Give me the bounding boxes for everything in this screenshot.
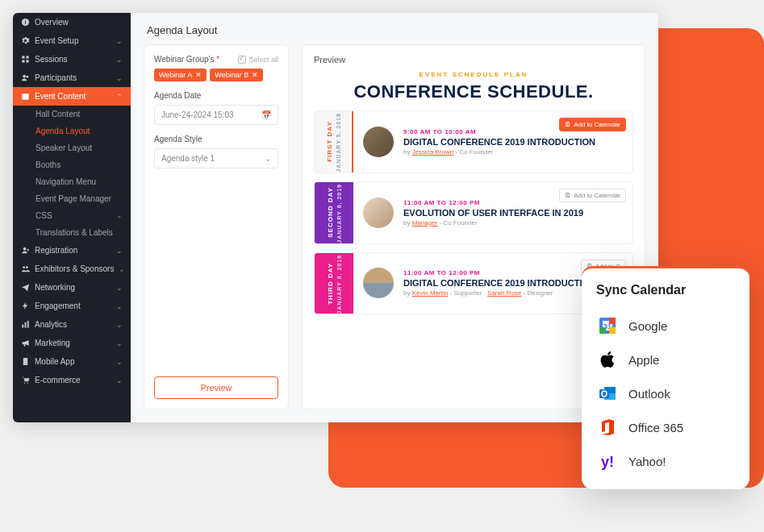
close-icon[interactable]: ✕ [195,71,202,79]
sidebar-label: Event Content [35,92,86,101]
chevron-down-icon: ⌄ [116,74,123,82]
mobile-icon [21,357,30,366]
sidebar-item-sessions[interactable]: Sessions ⌄ [13,50,131,69]
subitem-hall-content[interactable]: Hall Content [13,106,131,123]
svg-point-7 [23,75,26,78]
sidebar-item-event-content[interactable]: Event Content ⌃ [13,87,131,106]
sidebar-item-exhibitors-sponsors[interactable]: Exhibitors & Sponsors ⌄ [13,260,131,278]
exhibitors-icon [21,264,30,273]
chevron-down-icon: ⌄ [116,321,123,329]
subitem-navigation-menu[interactable]: Navigation Menu [13,173,131,190]
sidebar-label: Event Setup [35,36,78,45]
webinar-chip[interactable]: Webinar A✕ [154,69,207,81]
sidebar-label: Exhibitors & Sponsors [35,264,114,273]
speaker-link[interactable]: Manager [412,219,438,227]
sidebar-label: Overview [35,18,69,27]
speaker-link[interactable]: Jessica Brown [412,148,454,156]
add-to-calendar-button[interactable]: 🗓Add to Calendar [559,118,626,131]
checkbox-icon [238,56,246,64]
speaker-link[interactable]: Sarah Rose [487,289,521,297]
sync-item-label: Office 365 [628,421,683,434]
svg-point-18 [25,364,26,364]
schedule-plan-label: EVENT SCHEDULE PLAN [314,71,633,78]
agenda-body: 9:00 AM TO 10:00 AM DIGITAL CONFERENCE 2… [353,111,632,172]
agenda-style-select[interactable]: Agenda style 1 ⌄ [154,148,278,168]
sidebar-label: Analytics [35,320,67,329]
day-tab-third[interactable]: THIRD DAYJANUARY 8, 2019 [315,253,353,314]
calendar-icon: 📅 [261,110,271,119]
agenda-style-value: Agenda style 1 [161,154,215,163]
schedule-title: CONFERENCE SCHEDULE. [314,81,633,102]
send-icon [21,283,30,292]
main-content: Agenda Layout Webinar Group's * Select a… [131,13,658,422]
chip-row: Webinar A✕ Webinar B✕ [154,69,278,81]
sidebar-label: Registration [35,246,77,255]
subitem-booths[interactable]: Booths [13,156,131,173]
sidebar-item-marketing[interactable]: Marketing ⌄ [13,334,131,352]
day-date: JANUARY 5, 2019 [336,113,341,172]
day-tab-second[interactable]: SECOND DAYJANUARY 6, 2019 [315,182,353,243]
svg-rect-25 [599,327,606,334]
chevron-down-icon: ⌄ [119,265,125,273]
avatar [363,197,394,228]
subitem-speaker-layout[interactable]: Speaker Layout [13,139,131,156]
sync-item-label: Outlook [628,387,670,401]
svg-point-11 [23,247,27,251]
webinar-chip[interactable]: Webinar B✕ [210,69,263,81]
sidebar-item-mobile-app[interactable]: Mobile App ⌄ [13,352,131,371]
sidebar-item-participants[interactable]: Participants ⌄ [13,69,131,87]
chip-label: Webinar A [159,71,192,79]
sidebar-item-registration[interactable]: Registration ⌄ [13,241,131,260]
sync-item-office365[interactable]: Office 365 [596,410,735,444]
sync-item-apple[interactable]: Apple [596,343,735,376]
svg-rect-26 [609,318,616,324]
agenda-item: FIRST DAYJANUARY 5, 2019 9:00 AM TO 10:0… [314,110,633,173]
subitem-css[interactable]: CSS⌄ [13,207,131,224]
speaker-link[interactable]: Kevin Martin [412,289,448,297]
sidebar-item-networking[interactable]: Networking ⌄ [13,278,131,297]
subitem-label: Speaker Layout [35,143,92,152]
day-label: SECOND DAY [327,182,334,243]
svg-rect-16 [27,321,29,328]
sidebar-item-ecommerce[interactable]: E-commerce ⌄ [13,371,131,389]
add-to-calendar-button[interactable]: 🗓Add to Calendar [559,189,626,202]
sync-item-google[interactable]: 31 Google [596,309,735,343]
google-calendar-icon: 31 [598,316,617,335]
sync-item-outlook[interactable]: Outlook [596,376,735,410]
sidebar-label: Sessions [35,55,68,64]
close-icon[interactable]: ✕ [252,71,258,79]
svg-rect-10 [22,94,28,95]
subitem-translations-labels[interactable]: Translations & Labels [13,224,131,241]
avatar [363,127,394,157]
svg-rect-4 [26,56,28,58]
form-panel: Webinar Group's * Select all Webinar A✕ … [144,44,289,409]
talk-time: 11:00 AM TO 12:00 PM [403,199,583,206]
subitem-label: Agenda Layout [35,127,90,135]
sidebar: Overview Event Setup ⌄ Sessions ⌄ Partic… [13,13,131,422]
sidebar-item-analytics[interactable]: Analytics ⌄ [13,315,131,334]
info-icon [21,18,30,27]
outlook-icon [598,384,617,403]
preview-button[interactable]: Preview [154,376,278,399]
sync-item-yahoo[interactable]: y! Yahoo! [596,444,735,478]
by-prefix: by [403,289,412,297]
bolt-icon [21,301,30,310]
subitem-label: Event Page Manager [35,194,111,203]
day-tab-first[interactable]: FIRST DAYJANUARY 5, 2019 [315,111,353,172]
subitem-agenda-layout[interactable]: Agenda Layout [13,123,131,139]
chevron-down-icon: ⌄ [116,56,123,64]
sidebar-item-engagement[interactable]: Engagement ⌄ [13,297,131,315]
byline: by Kevin Martin - Supporter . Sarah Rose… [403,289,595,297]
subitem-event-page-manager[interactable]: Event Page Manager [13,190,131,207]
chevron-down-icon: ⌄ [265,154,271,163]
sync-title: Sync Calendar [596,283,735,297]
sidebar-item-event-setup[interactable]: Event Setup ⌄ [13,31,131,50]
chevron-down-icon: ⌄ [116,211,123,219]
svg-point-13 [26,266,28,268]
agenda-date-input[interactable]: June-24-2024 15:03 📅 [154,105,278,125]
gear-icon [21,36,30,45]
sidebar-item-overview[interactable]: Overview [13,13,131,31]
app-window: Overview Event Setup ⌄ Sessions ⌄ Partic… [13,13,658,422]
select-all-toggle[interactable]: Select all [238,56,278,64]
calendar-icon: 🗓 [565,121,571,128]
